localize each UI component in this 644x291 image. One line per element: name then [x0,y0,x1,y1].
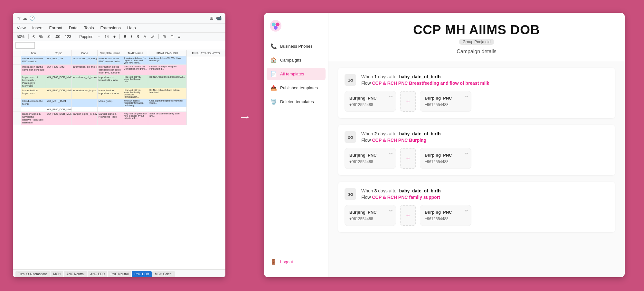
menu-extensions[interactable]: Extensions [99,25,122,31]
cell-2-code[interactable]: WA_PNC_1M2 [46,65,72,75]
menu-tools[interactable]: Tools [83,25,95,31]
font-decrease-btn[interactable]: − [97,34,101,39]
menu-data[interactable]: Data [68,25,79,31]
decimal-btn[interactable]: .00 [53,34,62,39]
cell-7-topic[interactable]: Danger Signs in Newborns - Bahaya Pada B… [21,112,46,125]
cell-6-textit[interactable] [98,107,123,112]
cell-5-template[interactable] [72,99,98,107]
edit-icon-3-0[interactable]: ✏ [389,209,393,213]
percent-btn[interactable]: % [38,34,44,39]
add-card-2[interactable]: + [400,148,416,169]
edit-icon-1-0[interactable]: ✏ [389,94,393,99]
italic-btn[interactable]: I [130,34,133,39]
template-card-3-0[interactable]: ✏ Burping_PNC +9612554488 [345,205,396,226]
zoom-control[interactable]: 50% [15,34,26,40]
font-size[interactable]: 14 [103,34,110,40]
tab-pnc-dob[interactable]: PNC DOB [132,271,152,277]
share-icon[interactable]: ⊞ [210,15,213,21]
sidebar-item-business-phones[interactable]: 📞 Business Phones [267,40,326,53]
cell-4-tr[interactable]: Hei Nuri, tahukah Anda bahwa imunisasi..… [148,88,186,99]
cell-reference[interactable] [15,42,35,49]
cell-2-topic[interactable]: Information on the campaign schedule [21,65,46,75]
sidebar-item-logout[interactable]: 🚪 Logout [267,256,326,268]
cell-6-template[interactable] [72,107,98,112]
cell-3-tr[interactable]: Hei Nuri, tahukah kamu kalau ASI... [148,75,186,88]
edit-icon-1-1[interactable]: ✏ [465,94,468,99]
cell-6-en[interactable] [123,107,148,112]
font-increase-btn[interactable]: + [112,34,117,39]
cell-1-template[interactable]: Introduction_to_the_pnc_service_indo [72,56,98,65]
flow-header-1: 1d When 1 days after baby_date_of_birth … [345,74,609,86]
cell-5-tr[interactable]: Anda dapat mengakses informasi medis... [148,99,186,107]
menu-format[interactable]: Format [48,25,63,31]
menu-insert[interactable]: Insert [31,25,44,31]
comma-btn[interactable]: .0 [46,34,52,39]
menu-help[interactable]: Help [126,25,137,31]
add-card-3[interactable]: + [400,205,416,226]
tab-mch-caleni[interactable]: MCH Caleni [152,271,175,277]
cell-3-topic[interactable]: Importance of breastmilk - Pentingnya Me… [21,75,46,88]
format-num-btn[interactable]: 123 [63,34,72,39]
tab-mch[interactable]: MCH [51,271,63,277]
tab-pnc-neutral[interactable]: PNC Neutral [108,271,131,277]
cell-1-textit[interactable]: Introduction to the PNC service -Indo [98,56,123,65]
cell-7-en[interactable]: Hey Nuri, do you know how to check if yo… [123,112,148,125]
cell-3-template[interactable]: importance_of_breastmilk_media_indo [72,75,98,88]
tab-anc-edd[interactable]: ANC EDD [88,271,107,277]
cell-4-template[interactable]: immunization_importance_indo [72,88,98,99]
sidebar-item-deleted-templates[interactable]: 🗑️ Deleted templates [267,95,326,108]
cell-7-tr[interactable]: Tanda-tanda bahaya bayi baru lahir... [148,112,186,125]
cell-1-code[interactable]: WA_PNC_1M [46,56,72,65]
border-btn[interactable]: ⊞ [161,34,167,39]
sidebar-item-all-templates[interactable]: 📄 All templates [267,68,326,80]
currency-btn[interactable]: £ [31,34,36,39]
cell-4-textit[interactable]: immunization importance - Indo [98,88,123,99]
strikethrough-btn[interactable]: S [135,34,140,39]
highlight-btn[interactable]: 🖊 [149,34,156,39]
edit-icon-3-1[interactable]: ✏ [465,209,468,213]
table-row: Danger Signs in Newborns - Bahaya Pada B… [13,112,225,125]
template-card-1-0[interactable]: ✏ Burping_PNC +9612554488 [345,91,396,112]
color-btn[interactable]: A [142,34,147,39]
cell-1-tr[interactable]: Assalamualaikum Wr. Wb. Halo semuanya... [148,56,186,65]
cell-6-topic[interactable] [21,107,46,112]
edit-icon-2-1[interactable]: ✏ [465,151,468,156]
cell-7-template[interactable]: danger_signs_in_newborns_indo [72,112,98,125]
template-card-3-1[interactable]: ✏ Burping_PNC +9612554488 [420,205,471,226]
merge-btn[interactable]: ⊡ [169,34,175,39]
cell-6-code[interactable]: WA_PNC_DOB_MM2 [46,107,72,112]
cell-1-en[interactable]: Assalamualaikum! I'm Diyah, a bidan and … [123,56,148,65]
cell-2-en[interactable]: Welcome to the Core Companion Program... [123,65,148,75]
video-icon[interactable]: 📹 [216,15,222,21]
menu-view[interactable]: View [15,25,27,31]
font-selector[interactable]: Poppins [78,34,94,40]
cell-1-topic[interactable]: Introduction to the PNC service [21,56,46,65]
template-card-2-0[interactable]: ✏ Burping_PNC +9612554488 [345,148,396,169]
cell-5-topic[interactable]: Introduction to the Menu [21,99,46,107]
template-card-1-1[interactable]: ✏ Burping_PNC +9612554488 [420,91,471,112]
align-btn[interactable]: ≡ [177,34,182,39]
edit-icon-2-0[interactable]: ✏ [389,151,393,156]
cell-2-tr[interactable]: Selamat datang di Program Pendamping... [148,65,186,75]
template-card-2-1[interactable]: ✏ Burping_PNC +9612554488 [420,148,471,169]
cell-2-template[interactable]: information_on_the_campaign_s_chedule [72,65,98,75]
cell-6-tr[interactable] [148,107,186,112]
cell-2-textit[interactable]: information on the campaign schedule-Ind… [98,65,123,75]
cell-5-textit[interactable]: Menu (Indo) [98,99,123,107]
cell-3-en[interactable]: Hey Nuri, did you know that breast milk.… [123,75,148,88]
cell-5-en[interactable]: You can access medical information perta… [123,99,148,107]
cell-3-textit[interactable]: importance of breastmilk - Indo [98,75,123,88]
cell-5-code[interactable]: WA_MCH_1M21 [46,99,72,107]
cell-7-code[interactable]: WA_PNC_DOB_MM3 [46,112,72,125]
cell-7-textit[interactable]: Danger signs in Newborns- Indo [98,112,123,125]
cell-4-topic[interactable]: Immunization Importance [21,88,46,99]
cell-4-code[interactable]: WA_PNC_DOB_MM9 [46,88,72,99]
tab-turnio[interactable]: Turn.IO Automations [15,271,50,277]
bold-btn[interactable]: B [122,34,128,39]
cell-3-code[interactable]: WA_PNC_DOB_MM8 [46,75,72,88]
add-card-1[interactable]: + [400,91,416,112]
sidebar-item-campaigns[interactable]: 🏠 Campaigns [267,54,326,66]
cell-4-en[interactable]: Hey Nuri, did you know that timely child… [123,88,148,99]
sidebar-item-published-templates[interactable]: 📤 Published templates [267,82,326,94]
tab-anc-neutral[interactable]: ANC Neutral [64,271,87,277]
